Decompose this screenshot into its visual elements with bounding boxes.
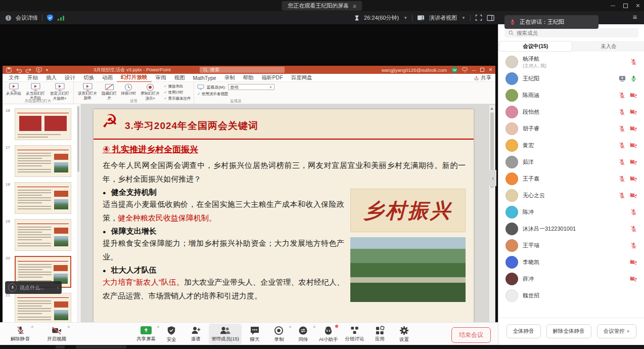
setup-slideshow-button[interactable]: 设置幻灯片放映 <box>77 83 98 100</box>
unmute-all-button[interactable]: 解除全体静音 <box>546 324 591 338</box>
manage-members-button[interactable]: 管理成员(15) <box>209 324 242 344</box>
view-mode-selector[interactable]: 演讲者视图 <box>429 14 457 22</box>
mute-all-button[interactable]: 全体静音 <box>507 324 541 338</box>
participant-row-wangjiyang[interactable]: 王纪阳 <box>498 70 644 87</box>
participant-row-duanyiran[interactable]: 段怡然 <box>498 104 644 120</box>
caption-input-bar[interactable]: 说点什么... ‹ <box>5 281 62 294</box>
ribbon-tab[interactable]: 设计 <box>61 74 79 82</box>
participant-row-lixiaokai[interactable]: 李晓凯 <box>498 254 644 271</box>
thumbnail-preview[interactable] <box>15 108 71 140</box>
ribbon-tab[interactable]: 帮助 <box>239 74 258 82</box>
ribbon-tab[interactable]: 福昕PDF <box>258 74 287 82</box>
meeting-timer[interactable]: 26:24(60分钟) <box>364 14 399 22</box>
security-shield-icon[interactable] <box>47 14 54 21</box>
ribbon-tab[interactable]: 幻灯片放映 <box>117 73 152 82</box>
slide-thumbnail[interactable]: 16 <box>3 108 80 141</box>
ppt-account-avatar[interactable]: W <box>451 67 457 73</box>
ribbon-tab[interactable]: 百度网盘 <box>287 74 316 82</box>
network-signal-icon[interactable] <box>58 15 64 21</box>
record-button[interactable]: 录制^ <box>268 324 290 344</box>
window-minimize-button[interactable]: ─ <box>611 2 615 9</box>
participant-row-xuechong[interactable]: 薛冲 <box>498 271 644 287</box>
panel-menu-icon[interactable]: ≡ <box>633 13 637 21</box>
chevron-up-icon[interactable]: ^ <box>31 325 33 330</box>
view-mode-dropdown-icon[interactable]: ▼ <box>462 16 466 20</box>
thumbnail-preview[interactable] <box>15 145 71 177</box>
participant-row-yangzehang[interactable]: 杨泽航(主持人, 我) <box>498 54 644 70</box>
chevron-up-icon[interactable]: ^ <box>289 325 291 330</box>
settings-button[interactable]: 设置 <box>393 324 415 344</box>
window-close-button[interactable]: × <box>636 2 640 10</box>
ribbon-tab[interactable]: 视图 <box>170 74 189 82</box>
slide-thumbnail[interactable]: 21 <box>3 293 80 326</box>
fullscreen-icon[interactable] <box>475 14 482 21</box>
thumbnail-preview[interactable] <box>15 293 71 325</box>
ribbon-tab[interactable]: 插入 <box>42 74 61 82</box>
chevron-up-icon[interactable]: ^ <box>313 325 315 330</box>
ribbon-tab[interactable]: 审阅 <box>152 74 170 82</box>
ribbon-tab[interactable]: 录制 <box>220 74 239 82</box>
timer-dropdown-icon[interactable]: ▼ <box>403 16 407 20</box>
security-button[interactable]: 安全 <box>160 324 182 344</box>
share-screen-button[interactable]: 共享屏幕^ <box>134 324 158 344</box>
chat-button[interactable]: 聊天 <box>244 324 266 344</box>
ppt-account-email[interactable]: wangjiyang0125@outlook.com <box>382 67 447 73</box>
participant-row-weishizhao[interactable]: 魏世招 <box>498 287 644 304</box>
meeting-controls-button[interactable]: 会议管控 ▼ <box>597 324 637 338</box>
ribbon-tab[interactable]: MathType <box>189 74 220 81</box>
slideshow-icon[interactable] <box>36 67 42 73</box>
rehearse-timings-button[interactable]: 排练计时 <box>120 83 136 96</box>
ribbon-tab[interactable]: 切换 <box>79 74 98 82</box>
qat-dropdown-icon[interactable]: ▾ <box>46 68 48 72</box>
apps-button[interactable]: 应用 <box>369 324 391 344</box>
caption-mic-icon[interactable] <box>8 283 17 292</box>
participant-row-chenchong[interactable]: 陈冲 <box>498 204 644 221</box>
chevron-up-icon[interactable]: ^ <box>68 325 70 330</box>
participant-row-chenyuhan[interactable]: 陈雨涵 <box>498 87 644 104</box>
ppt-restore-button[interactable] <box>480 68 484 72</box>
undo-icon[interactable] <box>16 67 22 73</box>
ribbon-options-icon[interactable] <box>462 67 468 72</box>
ppt-search-box[interactable]: 搜索 <box>200 67 285 73</box>
window-restore-button[interactable] <box>623 4 628 8</box>
record-slideshow-button[interactable]: 录制幻灯片演示▾ <box>140 83 161 101</box>
ribbon-tab[interactable]: 动画 <box>98 74 117 82</box>
tab-not-joined[interactable]: 未入会 <box>573 41 644 52</box>
hide-slide-button[interactable]: 隐藏幻灯片 <box>101 83 117 100</box>
ppt-share-button[interactable]: 共享 <box>474 74 491 81</box>
info-icon[interactable] <box>5 15 12 21</box>
layout-icon[interactable] <box>487 15 494 21</box>
use-timings-checkbox[interactable]: ✓ 使用计时 <box>164 90 191 95</box>
caption-collapse-icon[interactable]: ‹ <box>57 285 59 290</box>
chevron-up-icon[interactable]: ^ <box>157 325 159 330</box>
member-search-box[interactable] <box>504 28 638 37</box>
meeting-details-link[interactable]: 会议详情 <box>16 14 38 22</box>
ribbon-tab[interactable]: 文件 <box>5 74 23 82</box>
interpretation-button[interactable]: 同传^ <box>292 324 314 344</box>
tab-in-meeting[interactable]: 会议中(15) <box>499 41 572 52</box>
participant-row-huanghong[interactable]: 黄宏 <box>498 137 644 154</box>
slide-thumbnail[interactable]: 18 <box>3 182 80 215</box>
panel-collapse-handle[interactable]: ‹ <box>489 170 496 186</box>
from-current-slide-button[interactable]: 从当前幻灯片开始 <box>25 83 46 100</box>
from-beginning-button[interactable]: 从头开始 <box>6 83 22 96</box>
presenter-view-checkbox[interactable]: ✓ 使用演示者视图 <box>197 92 274 97</box>
canvas-scrollbar[interactable] <box>489 105 495 327</box>
thumbnail-scrollbar[interactable] <box>77 105 80 326</box>
play-narrations-checkbox[interactable]: ✓ 播放旁白 <box>164 84 191 89</box>
thumbnail-preview[interactable] <box>15 219 71 251</box>
participant-row-huzirui[interactable]: 胡子睿 <box>498 120 644 137</box>
participant-row-mumulvyi[interactable]: 沐沐吕一3122301001 <box>498 221 644 237</box>
ai-assistant-button[interactable]: AI小助手 <box>316 324 340 344</box>
member-search-input[interactable] <box>517 30 618 36</box>
banner-menu-icon[interactable]: ≡ <box>353 3 356 9</box>
participant-row-wangpingrui[interactable]: 王平瑞 <box>498 237 644 254</box>
participant-row-wuxinzhiyun[interactable]: 无心之云 <box>498 187 644 204</box>
thumbnail-preview[interactable] <box>15 182 71 214</box>
monitor-select[interactable]: 自动▾ <box>228 84 274 90</box>
save-icon[interactable] <box>6 67 12 73</box>
ribbon-tab[interactable]: 开始 <box>23 74 42 82</box>
slide-thumbnail[interactable]: 17 <box>3 145 80 178</box>
unmute-button[interactable]: 解除静音^ <box>8 324 32 344</box>
slide-thumbnail[interactable]: 19 <box>3 219 80 252</box>
